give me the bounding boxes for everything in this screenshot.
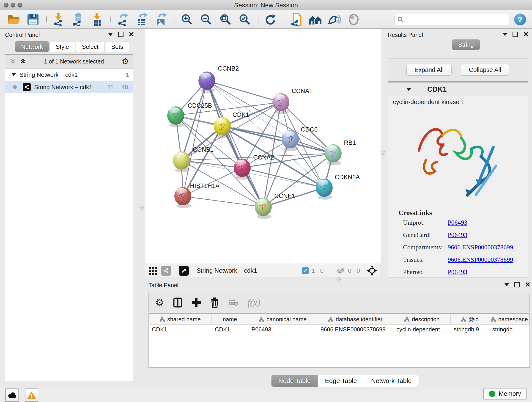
column-header-database-identifier[interactable]: database identifier	[317, 314, 393, 324]
section-expand-icon[interactable]	[406, 88, 411, 91]
crosslink-link[interactable]: 9606.ENSP00000378699	[448, 256, 513, 263]
network-canvas[interactable]: CCNB2CCNA1CDC25BCDK1CDC6RB1CCNB1CCNA2CDK…	[145, 29, 381, 264]
memory-button[interactable]: Memory	[483, 388, 526, 400]
network-overview-icon[interactable]	[161, 266, 171, 276]
left-splitter-handle[interactable]	[139, 206, 144, 210]
crosslink-link[interactable]: P06493	[448, 219, 467, 226]
open-session-icon[interactable]	[6, 12, 21, 27]
refresh-icon[interactable]	[263, 12, 278, 27]
zoom-fit-icon[interactable]	[218, 12, 233, 27]
table-cell[interactable]: P06493	[248, 325, 317, 334]
collapse-all-networks-icon[interactable]	[19, 58, 26, 65]
column-header-shared-name[interactable]: shared name	[149, 314, 212, 324]
collapse-all-button[interactable]: Collapse All	[461, 64, 509, 76]
minimize-window-button[interactable]	[11, 3, 15, 7]
collapse-panel-icon[interactable]	[502, 33, 507, 36]
float-panel-icon[interactable]	[514, 282, 520, 287]
close-window-button[interactable]	[4, 3, 8, 7]
hidden-items-counter: 0 - 0	[348, 267, 360, 274]
close-panel-icon[interactable]: ✕	[523, 32, 529, 37]
table-options-gear-icon[interactable]: ⚙	[155, 298, 164, 307]
close-panel-icon[interactable]: ✕	[128, 32, 134, 37]
zoom-selected-icon[interactable]	[237, 12, 252, 27]
network-node-RB1[interactable]: RB1	[325, 139, 356, 165]
delete-column-icon[interactable]	[210, 297, 219, 308]
crosslink-link[interactable]: P06493	[448, 231, 467, 239]
selected-items-checkbox-icon[interactable]: ✓	[302, 267, 309, 274]
column-header-description[interactable]: description	[393, 314, 451, 324]
tab-style[interactable]: Style	[50, 41, 75, 52]
search-field[interactable]	[394, 14, 509, 25]
network-node-HIST1H1A[interactable]: HIST1H1A	[174, 182, 220, 208]
show-columns-icon[interactable]	[173, 298, 182, 307]
network-graph[interactable]: CCNB2CCNA1CDC25BCDK1CDC6RB1CCNB1CCNA2CDK…	[145, 29, 381, 264]
zoom-window-button[interactable]	[17, 3, 22, 7]
warnings-button[interactable]	[25, 389, 38, 402]
detach-view-icon[interactable]	[179, 266, 189, 276]
gene-section-header[interactable]: CDK1	[388, 83, 528, 96]
save-session-icon[interactable]	[26, 12, 40, 27]
cloud-status-button[interactable]	[5, 389, 19, 402]
show-graphics-details-icon[interactable]	[327, 12, 342, 27]
table-cell[interactable]: cyclin-dependent ...	[393, 325, 451, 334]
tree-expand-icon[interactable]	[12, 73, 16, 76]
network-node-CDC6[interactable]: CDC6	[282, 126, 318, 151]
collapse-panel-icon[interactable]	[504, 283, 509, 286]
import-network-database-icon[interactable]	[70, 12, 85, 27]
right-splitter-handle[interactable]	[381, 151, 385, 155]
import-table-icon[interactable]	[90, 12, 104, 27]
network-collection-row[interactable]: String Network – cdk1 1	[5, 69, 133, 81]
table-cell[interactable]: stringdb:9...	[451, 325, 489, 334]
svg-text:CCNA1: CCNA1	[292, 88, 313, 95]
network-node-CDC25B[interactable]: CDC25B	[167, 102, 212, 128]
home-icon[interactable]	[308, 12, 323, 27]
table-row[interactable]: CDK1CDK1P064939606.ENSP00000378699cyclin…	[149, 325, 530, 334]
export-network-icon[interactable]	[115, 12, 130, 27]
share-document-icon[interactable]	[289, 12, 303, 27]
table-cell[interactable]: CDK1	[149, 325, 212, 334]
table-cell[interactable]: CDK1	[212, 325, 248, 334]
network-node-CCNE1[interactable]: CCNE1	[255, 192, 295, 219]
export-image-icon[interactable]	[154, 12, 169, 27]
float-panel-icon[interactable]	[513, 32, 518, 37]
column-header--id[interactable]: @id	[451, 314, 489, 324]
tab-network[interactable]: Network	[15, 41, 49, 52]
tab-edge-table[interactable]: Edge Table	[318, 375, 364, 387]
help-icon[interactable]: ?	[514, 13, 526, 26]
delete-table-icon[interactable]	[228, 299, 238, 306]
float-panel-icon[interactable]	[118, 32, 123, 37]
column-header-name[interactable]: name	[212, 314, 248, 324]
birds-eye-view-icon[interactable]	[346, 12, 361, 27]
grid-view-icon[interactable]	[149, 266, 158, 275]
node-table[interactable]: shared namenamecanonical namedatabase id…	[148, 313, 530, 368]
collapse-panel-icon[interactable]	[108, 33, 113, 36]
column-header-canonical-name[interactable]: canonical name	[248, 314, 317, 324]
table-cell[interactable]: stringdb	[489, 325, 530, 334]
import-network-file-icon[interactable]	[51, 12, 66, 27]
export-table-icon[interactable]	[135, 12, 149, 27]
search-input[interactable]	[404, 16, 503, 23]
birdseye-toggle-icon[interactable]	[367, 265, 377, 276]
network-node-CDKN1A[interactable]: CDKN1A	[316, 174, 360, 200]
svg-text:CDC6: CDC6	[301, 126, 318, 133]
tab-sets[interactable]: Sets	[105, 41, 129, 52]
zoom-out-icon[interactable]	[199, 12, 214, 27]
tab-string[interactable]: String	[452, 39, 480, 50]
tab-select[interactable]: Select	[76, 41, 104, 52]
zoom-in-icon[interactable]	[180, 12, 194, 27]
network-node-CCNA1[interactable]: CCNA1	[272, 88, 313, 114]
toolbar-separator	[46, 13, 47, 26]
crosslink-link[interactable]: 9606.ENSP00000378699	[448, 244, 513, 251]
table-cell[interactable]: 9606.ENSP00000378699	[317, 325, 393, 334]
crosslink-link[interactable]: P06493	[448, 268, 467, 276]
function-builder-icon[interactable]: f(x)	[247, 297, 260, 308]
network-options-gear-icon[interactable]: ⚙	[122, 57, 129, 65]
column-header-namespace[interactable]: namespace	[489, 314, 530, 324]
tab-network-table[interactable]: Network Table	[364, 375, 419, 387]
expand-all-networks-icon[interactable]	[9, 58, 16, 65]
close-panel-icon[interactable]: ✕	[525, 282, 531, 287]
network-row[interactable]: String Network – cdk1 11 48	[5, 81, 133, 93]
create-column-icon[interactable]	[191, 298, 201, 307]
expand-all-button[interactable]: Expand All	[406, 64, 452, 76]
tab-node-table[interactable]: Node Table	[271, 375, 318, 387]
